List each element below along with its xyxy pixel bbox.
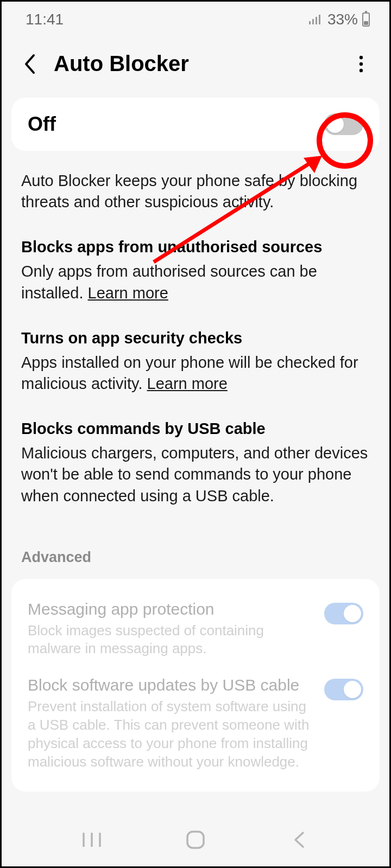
nav-home-button[interactable] — [179, 829, 212, 851]
advanced-item-title: Messaging app protection — [28, 598, 314, 620]
status-time: 11:41 — [26, 11, 64, 28]
advanced-item-block-usb-updates[interactable]: Block software updates by USB cable Prev… — [28, 660, 363, 773]
battery-icon — [362, 12, 370, 27]
section-body: Apps installed on your phone will be che… — [21, 352, 370, 394]
section-title: Turns on app security checks — [21, 328, 370, 349]
svg-rect-12 — [187, 832, 204, 848]
page-title: Auto Blocker — [54, 52, 337, 76]
block-usb-updates-toggle[interactable] — [324, 679, 363, 700]
svg-rect-2 — [316, 17, 317, 24]
svg-rect-1 — [312, 19, 314, 24]
section-blocks-usb-commands: Blocks commands by USB cable Malicious c… — [21, 418, 370, 507]
intro-text: Auto Blocker keeps your phone safe by bl… — [21, 170, 370, 213]
svg-rect-3 — [319, 15, 320, 24]
master-toggle-label: Off — [28, 113, 56, 136]
back-button[interactable] — [18, 52, 42, 76]
status-bar: 11:41 33% — [2, 2, 389, 35]
auto-blocker-toggle[interactable] — [324, 113, 363, 135]
advanced-item-title: Block software updates by USB cable — [28, 674, 314, 695]
section-body: Only apps from authorised sources can be… — [21, 261, 370, 303]
nav-recents-button[interactable] — [75, 829, 108, 851]
section-app-security-checks: Turns on app security checks Apps instal… — [21, 328, 370, 394]
battery-percent: 33% — [327, 11, 358, 28]
advanced-item-desc: Prevent installation of system software … — [28, 698, 314, 771]
nav-back-button[interactable] — [283, 829, 316, 851]
learn-more-link[interactable]: Learn more — [88, 284, 168, 302]
section-title: Blocks apps from unauthorised sources — [21, 237, 370, 258]
svg-point-6 — [360, 68, 363, 72]
messaging-protection-toggle[interactable] — [324, 603, 363, 624]
status-right: 33% — [309, 11, 370, 28]
learn-more-link[interactable]: Learn more — [147, 375, 228, 392]
advanced-item-messaging-protection[interactable]: Messaging app protection Block images su… — [28, 584, 363, 661]
system-nav-bar — [2, 819, 389, 866]
description-area: Auto Blocker keeps your phone safe by bl… — [2, 151, 389, 541]
svg-point-5 — [360, 62, 363, 65]
signal-icon — [309, 11, 323, 28]
svg-rect-0 — [309, 21, 311, 24]
section-title: Blocks commands by USB cable — [21, 418, 370, 439]
more-options-button[interactable] — [349, 52, 373, 76]
advanced-card: Messaging app protection Block images su… — [11, 579, 380, 792]
section-unauthorised-sources: Blocks apps from unauthorised sources On… — [21, 237, 370, 303]
header: Auto Blocker — [2, 35, 389, 98]
auto-blocker-master-row[interactable]: Off — [11, 98, 380, 151]
advanced-item-desc: Block images suspected of containing mal… — [28, 622, 314, 659]
section-body: Malicious chargers, computers, and other… — [21, 443, 370, 506]
advanced-group-label: Advanced — [2, 541, 389, 579]
svg-point-4 — [360, 55, 363, 59]
